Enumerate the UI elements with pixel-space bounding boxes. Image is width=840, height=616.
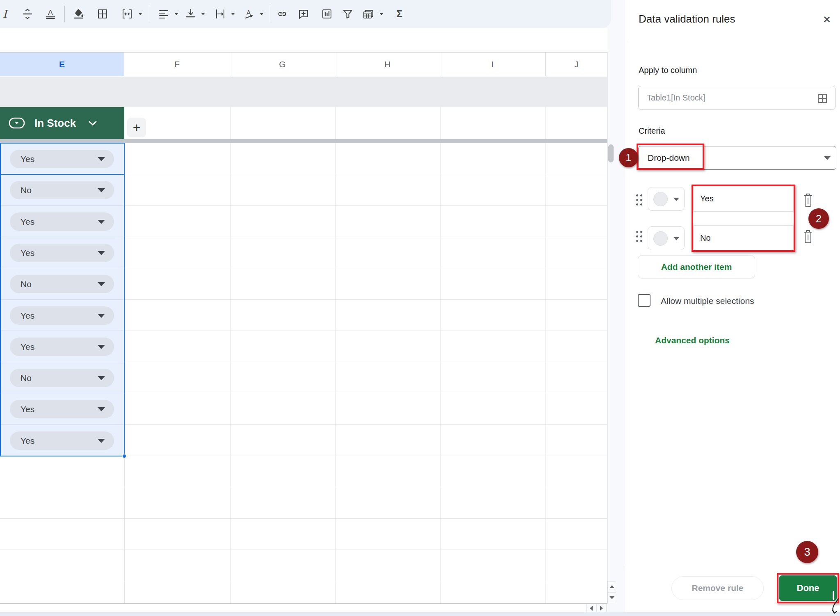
add-column-button[interactable]: + (127, 118, 146, 137)
dropdown-chip[interactable]: Yes (10, 244, 114, 262)
create-filter-icon[interactable] (340, 6, 356, 22)
fill-color-icon[interactable] (71, 6, 87, 22)
dropdown-chip-value: Yes (21, 436, 34, 446)
dropdown-chip[interactable]: Yes (10, 150, 114, 168)
dropdown-column-type-icon[interactable] (8, 117, 26, 129)
chip-caret-icon (98, 407, 105, 411)
select-data-range-icon[interactable] (817, 93, 828, 104)
column-header-i[interactable]: I (440, 52, 546, 76)
delete-item-icon[interactable] (803, 229, 813, 245)
table-views-caret[interactable] (379, 13, 383, 15)
item-value-input[interactable]: No (693, 225, 794, 251)
annotation-badge-1: 1 (619, 148, 638, 167)
vertical-align-caret[interactable] (201, 13, 205, 15)
range-placeholder: Table1[In Stock] (647, 93, 705, 103)
chip-caret-icon (98, 188, 105, 192)
column-header-g[interactable]: G (230, 52, 335, 76)
data-validation-panel: Data validation rules ✕ Apply to column … (625, 0, 840, 612)
dropdown-chip-value: No (21, 373, 32, 383)
selected-range[interactable]: YesNoYesYesNoYesYesNoYesYes (0, 143, 124, 456)
dropdown-chip-value: Yes (21, 248, 34, 258)
chip-caret-icon (98, 439, 105, 443)
mouse-cursor (828, 597, 840, 615)
text-wrapping-caret[interactable] (231, 13, 235, 15)
dropdown-chip[interactable]: Yes (10, 400, 114, 418)
column-header-row: E F G H I J (0, 52, 607, 76)
dropdown-chip[interactable]: No (10, 275, 114, 293)
criteria-dropdown[interactable]: Drop-down (638, 146, 836, 170)
dropdown-chip-value: No (21, 279, 32, 289)
vertical-scrollbar-thumb[interactable] (608, 144, 614, 162)
strikethrough-icon[interactable] (19, 6, 36, 22)
vertical-align-icon[interactable] (183, 6, 199, 22)
criteria-caret-icon[interactable] (824, 156, 831, 160)
allow-multiple-label: Allow multiple selections (661, 296, 754, 306)
chip-caret-icon (98, 251, 105, 255)
allow-multiple-checkbox[interactable] (638, 294, 651, 307)
scroll-down-button[interactable] (607, 592, 616, 603)
text-wrapping-icon[interactable] (212, 6, 228, 22)
fill-handle[interactable] (122, 454, 127, 459)
dropdown-chip[interactable]: Yes (10, 338, 114, 356)
range-input[interactable]: Table1[In Stock] (638, 86, 835, 110)
table-header-label: In Stock (34, 117, 76, 130)
text-color-icon[interactable]: A (42, 6, 59, 22)
text-rotation-icon[interactable]: A (241, 6, 258, 22)
remove-rule-button[interactable]: Remove rule (671, 576, 764, 600)
dropdown-chip[interactable]: Yes (10, 212, 114, 231)
merge-cells-icon[interactable] (119, 6, 135, 22)
grid-edge (0, 603, 607, 604)
chip-caret-icon (98, 282, 105, 286)
toolbar-separator (64, 6, 65, 22)
column-header-e[interactable]: E (0, 52, 124, 76)
functions-icon[interactable]: Σ (391, 6, 408, 22)
dropdown-chip-value: Yes (21, 342, 34, 352)
advanced-options-link[interactable]: Advanced options (655, 335, 730, 345)
chip-caret-icon (98, 314, 105, 318)
dropdown-chip-value: Yes (21, 154, 34, 164)
dropdown-chip[interactable]: Yes (10, 431, 114, 450)
chip-caret-icon (98, 220, 105, 224)
annotation-badge-3: 3 (796, 541, 818, 563)
item-color-button[interactable] (648, 226, 685, 250)
insert-chart-icon[interactable] (319, 6, 335, 22)
column-header-j[interactable]: J (546, 52, 607, 76)
item-color-swatch (653, 231, 668, 246)
scroll-up-button[interactable] (607, 581, 616, 592)
column-header-h[interactable]: H (335, 52, 440, 76)
item-color-button[interactable] (648, 187, 685, 211)
insert-link-icon[interactable] (274, 6, 290, 22)
toolbar: I A A Σ (0, 0, 611, 28)
dropdown-chip[interactable]: No (10, 369, 114, 387)
item-color-caret (673, 198, 679, 201)
drag-handle-icon[interactable] (636, 231, 644, 243)
text-rotation-caret[interactable] (260, 13, 264, 15)
insert-comment-icon[interactable] (295, 6, 312, 22)
horizontal-align-icon[interactable] (155, 6, 172, 22)
scroll-left-button[interactable] (586, 604, 596, 612)
arrow-left-icon (590, 606, 593, 611)
frozen-row-divider[interactable] (0, 139, 607, 143)
dropdown-chip[interactable]: Yes (10, 306, 114, 325)
arrow-up-icon (609, 585, 614, 588)
add-another-item-button[interactable]: Add another item (638, 255, 755, 278)
delete-item-icon[interactable] (803, 193, 813, 208)
dropdown-chip[interactable]: No (10, 181, 114, 199)
scroll-right-button[interactable] (596, 604, 607, 612)
chevron-down-icon[interactable] (87, 120, 98, 126)
drag-handle-icon[interactable] (636, 194, 644, 207)
column-header-f[interactable]: F (124, 52, 230, 76)
merge-cells-caret[interactable] (138, 13, 142, 15)
borders-icon[interactable] (94, 6, 111, 22)
item-value-input[interactable]: Yes (693, 186, 794, 212)
item-color-swatch (653, 192, 668, 206)
criteria-label: Criteria (639, 126, 665, 136)
table-header-cell[interactable]: In Stock (0, 107, 124, 139)
table-views-icon[interactable] (360, 6, 377, 22)
dropdown-chip-value: Yes (21, 404, 34, 414)
horizontal-align-caret[interactable] (174, 13, 178, 15)
close-icon[interactable]: ✕ (823, 14, 831, 25)
item-color-caret (673, 237, 679, 240)
window-bottom-strip (0, 612, 840, 616)
italic-icon[interactable]: I (0, 6, 13, 22)
